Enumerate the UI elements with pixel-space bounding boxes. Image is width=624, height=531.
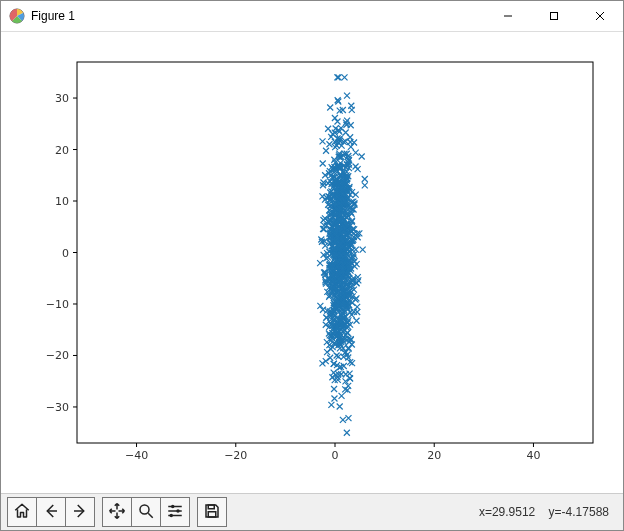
- save-icon: [203, 502, 221, 523]
- svg-text:−30: −30: [46, 401, 69, 414]
- svg-text:−20: −20: [46, 349, 69, 362]
- arrow-right-icon: [71, 502, 89, 523]
- close-button[interactable]: [577, 1, 623, 31]
- svg-rect-5: [1, 32, 623, 493]
- maximize-button[interactable]: [531, 1, 577, 31]
- svg-text:−40: −40: [125, 449, 148, 462]
- zoom-icon: [137, 502, 155, 523]
- svg-rect-41: [208, 505, 214, 509]
- move-icon: [108, 502, 126, 523]
- svg-line-34: [148, 513, 153, 518]
- save-button[interactable]: [197, 497, 227, 527]
- svg-text:0: 0: [332, 449, 339, 462]
- svg-text:30: 30: [55, 92, 69, 105]
- svg-text:20: 20: [427, 449, 441, 462]
- svg-point-33: [140, 505, 149, 514]
- cursor-coords: x=29.9512 y=-4.17588: [479, 505, 617, 519]
- window-title: Figure 1: [31, 9, 75, 23]
- home-icon: [13, 502, 31, 523]
- configure-button[interactable]: [160, 497, 190, 527]
- svg-text:−10: −10: [46, 298, 69, 311]
- pan-button[interactable]: [102, 497, 132, 527]
- svg-point-40: [170, 513, 173, 516]
- svg-point-38: [176, 509, 179, 512]
- sliders-icon: [166, 502, 184, 523]
- titlebar: Figure 1: [1, 1, 623, 32]
- svg-text:40: 40: [526, 449, 540, 462]
- figure-canvas[interactable]: −40−2002040−30−20−100102030: [1, 32, 623, 493]
- svg-text:20: 20: [55, 144, 69, 157]
- nav-toolbar: x=29.9512 y=-4.17588: [1, 493, 623, 530]
- back-button[interactable]: [36, 497, 66, 527]
- svg-text:10: 10: [55, 195, 69, 208]
- svg-rect-2: [551, 13, 558, 20]
- scatter-plot: −40−2002040−30−20−100102030: [1, 32, 623, 493]
- arrow-left-icon: [42, 502, 60, 523]
- svg-text:0: 0: [62, 247, 69, 260]
- minimize-button[interactable]: [485, 1, 531, 31]
- forward-button[interactable]: [65, 497, 95, 527]
- svg-point-36: [171, 504, 174, 507]
- matplotlib-app-icon: [9, 8, 25, 24]
- svg-text:−20: −20: [224, 449, 247, 462]
- home-button[interactable]: [7, 497, 37, 527]
- app-window: Figure 1 −40−2002040−30−20−100102030: [0, 0, 624, 531]
- svg-rect-42: [208, 511, 216, 516]
- zoom-button[interactable]: [131, 497, 161, 527]
